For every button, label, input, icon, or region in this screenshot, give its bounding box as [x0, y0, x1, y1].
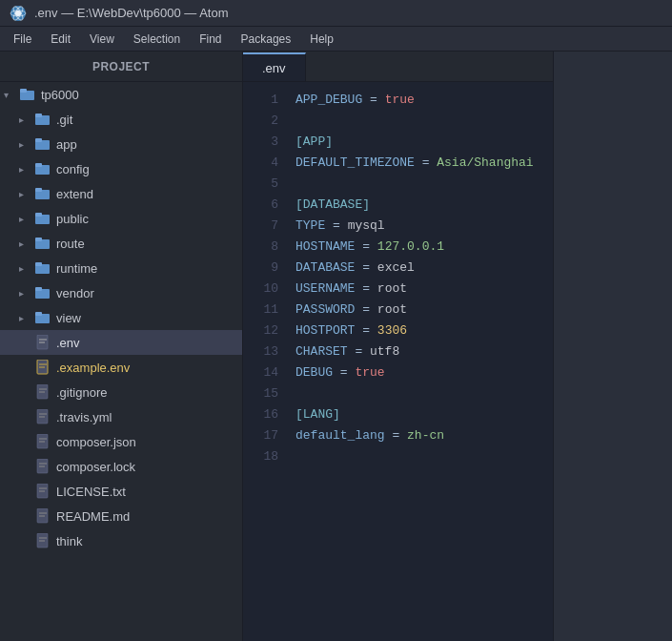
sidebar-item-readme[interactable]: README.md	[0, 504, 242, 528]
token: USERNAME	[295, 281, 355, 296]
sidebar-item-label: composer.json	[56, 435, 136, 449]
token: =	[355, 260, 377, 275]
code-line: [APP]	[295, 132, 543, 153]
sidebar-item-tp6000[interactable]: ▾tp6000	[0, 82, 242, 107]
token: true	[385, 93, 415, 107]
chevron-icon: ▸	[19, 114, 34, 125]
sidebar-item-extend[interactable]: ▸extend	[0, 181, 242, 206]
sidebar-item-runtime[interactable]: ▸runtime	[0, 256, 242, 280]
code-line: CHARSET = utf8	[295, 341, 543, 362]
menu-item-file[interactable]: File	[4, 31, 41, 48]
token: [DATABASE]	[295, 197, 370, 212]
token: CHARSET	[295, 344, 348, 359]
line-number: 11	[243, 300, 278, 320]
sidebar-item-config[interactable]: ▸config	[0, 156, 242, 181]
sidebar-item-git[interactable]: ▸.git	[0, 107, 242, 132]
sidebar-item-app[interactable]: ▸app	[0, 132, 242, 156]
menu-item-edit[interactable]: Edit	[41, 31, 80, 48]
menu-item-find[interactable]: Find	[190, 31, 231, 48]
code-line	[295, 111, 543, 132]
svg-rect-24	[35, 312, 42, 316]
file-icon	[34, 507, 51, 525]
token: Asia/Shanghai	[437, 155, 533, 170]
folder-icon	[34, 259, 51, 277]
file-icon	[34, 483, 51, 500]
file-icon	[34, 359, 51, 376]
code-line: DATABASE = excel	[295, 258, 543, 279]
svg-rect-10	[35, 138, 42, 142]
folder-icon	[34, 185, 51, 202]
svg-rect-6	[20, 89, 27, 93]
line-number: 10	[243, 279, 278, 300]
sidebar-item-env[interactable]: .env	[0, 330, 242, 355]
svg-rect-8	[35, 114, 42, 117]
token: =	[333, 365, 355, 380]
sidebar-item-think[interactable]: think	[0, 528, 242, 553]
sidebar-tree: ▾tp6000▸.git▸app▸config▸extend▸public▸ro…	[0, 82, 242, 553]
editor-tab-env[interactable]: .env	[243, 52, 306, 81]
sidebar-item-route[interactable]: ▸route	[0, 231, 242, 256]
line-number: 9	[243, 258, 278, 279]
file-icon	[34, 532, 51, 549]
menu-item-view[interactable]: View	[80, 31, 124, 48]
menu-item-selection[interactable]: Selection	[124, 31, 190, 48]
token: excel	[377, 260, 415, 275]
line-number: 4	[243, 153, 278, 174]
token: [LANG]	[295, 407, 340, 422]
code-line	[295, 174, 543, 195]
line-number: 15	[243, 383, 278, 404]
code-line: PASSWORD = root	[295, 300, 543, 320]
editor-content[interactable]: 123456789101112131415161718 APP_DEBUG = …	[243, 82, 553, 641]
token: [APP]	[295, 134, 333, 149]
sidebar-item-travis[interactable]: .travis.yml	[0, 404, 242, 429]
folder-icon	[34, 111, 51, 128]
svg-rect-22	[35, 287, 42, 291]
file-icon	[34, 334, 51, 351]
folder-icon	[34, 135, 51, 153]
line-number: 17	[243, 425, 278, 446]
file-icon	[34, 408, 51, 425]
line-number: 3	[243, 132, 278, 153]
svg-rect-12	[35, 163, 42, 167]
code-line: APP_DEBUG = true	[295, 90, 543, 111]
token: HOSTPORT	[295, 323, 355, 338]
code-line: [LANG]	[295, 404, 543, 425]
svg-rect-16	[35, 213, 42, 217]
svg-rect-14	[35, 188, 42, 192]
line-number: 8	[243, 237, 278, 258]
code-line: DEBUG = true	[295, 362, 543, 383]
menu-item-packages[interactable]: Packages	[232, 31, 301, 48]
token: root	[377, 302, 407, 317]
sidebar-item-label: .git	[56, 113, 72, 127]
chevron-icon: ▸	[19, 313, 34, 323]
sidebar: Project ▾tp6000▸.git▸app▸config▸extend▸p…	[0, 52, 243, 641]
sidebar-item-license[interactable]: LICENSE.txt	[0, 479, 242, 504]
code-line: USERNAME = root	[295, 279, 543, 300]
token: DATABASE	[295, 260, 355, 275]
svg-rect-20	[35, 262, 42, 266]
folder-icon	[34, 235, 51, 252]
token: utf8	[370, 344, 399, 359]
sidebar-item-gitignore[interactable]: .gitignore	[0, 380, 242, 404]
sidebar-item-composer-lock[interactable]: composer.lock	[0, 454, 242, 479]
token: 3306	[377, 323, 407, 338]
code-line: [DATABASE]	[295, 195, 543, 216]
chevron-icon: ▸	[19, 189, 34, 199]
line-number: 13	[243, 341, 278, 362]
sidebar-item-example-env[interactable]: .example.env	[0, 355, 242, 380]
chevron-icon: ▾	[4, 90, 19, 100]
sidebar-item-composer-json[interactable]: composer.json	[0, 429, 242, 454]
file-icon	[34, 458, 51, 475]
sidebar-item-view[interactable]: ▸view	[0, 305, 242, 330]
menu-item-help[interactable]: Help	[300, 31, 343, 48]
token: =	[355, 323, 377, 338]
sidebar-item-public[interactable]: ▸public	[0, 206, 242, 231]
token: DEBUG	[295, 365, 333, 380]
sidebar-item-label: config	[56, 162, 90, 176]
sidebar-item-label: .gitignore	[56, 385, 107, 400]
sidebar-item-vendor[interactable]: ▸vendor	[0, 280, 242, 305]
token: =	[385, 428, 407, 443]
sidebar-item-label: composer.lock	[56, 460, 135, 474]
title-bar: .env — E:\WebDev\tp6000 — Atom	[0, 0, 672, 27]
chevron-icon: ▸	[19, 263, 34, 274]
